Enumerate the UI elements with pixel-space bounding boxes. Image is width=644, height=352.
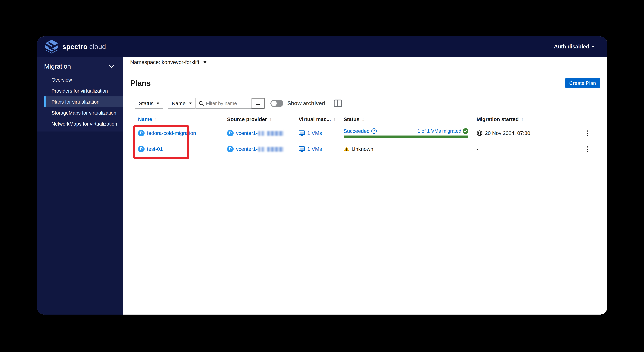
- column-header-label: Status: [344, 116, 360, 122]
- provider-name-text: vcenter1-: [236, 146, 258, 152]
- logo-word-secondary: cloud: [89, 43, 106, 51]
- sidebar-item-label: Providers for virtualization: [52, 88, 108, 94]
- page-header: Plans Create Plan: [130, 78, 600, 88]
- create-plan-button[interactable]: Create Plan: [565, 78, 600, 88]
- logo-word-primary: spectro: [62, 43, 88, 51]
- plan-name-cell: P test-01: [136, 146, 225, 152]
- sidebar-item-label: Overview: [52, 77, 72, 83]
- main-area: Migration Overview Providers for virtual…: [37, 57, 607, 314]
- vm-icon: [298, 130, 305, 136]
- sidebar-item-networkmaps[interactable]: NetworkMaps for virtualization: [44, 118, 123, 129]
- search-group: →: [196, 98, 265, 109]
- namespace-bar: Namespace: konveyor-forklift: [123, 57, 607, 68]
- show-archived-toggle[interactable]: [270, 100, 283, 107]
- sidebar-item-storagemaps[interactable]: StorageMaps for virtualization: [44, 107, 123, 118]
- provider-name[interactable]: vcenter1-: [236, 130, 284, 136]
- search-submit-button[interactable]: →: [252, 98, 264, 108]
- kebab-menu-icon[interactable]: ⋮: [584, 146, 591, 152]
- sidebar-nav-section: Migration Overview Providers for virtual…: [37, 57, 123, 131]
- source-provider-cell: P vcenter1-: [225, 146, 295, 152]
- sidebar-item-label: StorageMaps for virtualization: [52, 110, 116, 116]
- sort-icon: ↕: [269, 116, 272, 122]
- column-header-status[interactable]: Status ↕: [340, 116, 472, 122]
- column-header-name[interactable]: Name ↑: [136, 116, 225, 122]
- top-bar: spectrocloud Auth disabled: [37, 36, 607, 57]
- auth-menu-label: Auth disabled: [554, 44, 589, 50]
- redacted-text: [258, 147, 265, 152]
- sidebar-menu: Overview Providers for virtualization Pl…: [37, 74, 123, 129]
- app-window: spectrocloud Auth disabled Migration Ove…: [37, 36, 607, 314]
- column-header-migration-started[interactable]: Migration started ↕: [472, 116, 579, 122]
- status-text: Unknown: [352, 146, 373, 152]
- kebab-menu-icon[interactable]: ⋮: [584, 130, 591, 136]
- sidebar-item-label: NetworkMaps for virtualization: [52, 121, 117, 127]
- migration-progress-bar: [344, 135, 468, 138]
- sort-icon: ↕: [521, 116, 524, 122]
- chevron-down-icon: [109, 65, 114, 68]
- column-header-source-provider[interactable]: Source provider ↕: [225, 116, 295, 122]
- question-circle-icon[interactable]: ?: [371, 128, 377, 134]
- columns-icon: [334, 100, 342, 107]
- migrated-count-link[interactable]: 1 of 1 VMs migrated: [418, 128, 461, 134]
- redacted-text: [267, 147, 284, 152]
- provider-name-text: vcenter1-: [236, 130, 258, 136]
- provider-name[interactable]: vcenter1-: [236, 146, 284, 152]
- name-filter-select[interactable]: Name: [168, 98, 196, 109]
- plan-badge-icon: P: [138, 130, 144, 136]
- status-filter-label: Status: [139, 100, 154, 106]
- spectro-cloud-logo: spectrocloud: [44, 40, 106, 54]
- content-area: Namespace: konveyor-forklift Plans Creat…: [123, 57, 607, 314]
- manage-columns-button[interactable]: [334, 100, 342, 107]
- virtual-machines-cell: 1 VMs: [295, 130, 340, 136]
- vm-count-link[interactable]: 1 VMs: [307, 130, 322, 136]
- provider-badge-icon: P: [227, 146, 234, 152]
- check-circle-icon: [463, 128, 468, 134]
- status-link[interactable]: Succeeded: [344, 128, 370, 134]
- sidebar-filler: [37, 131, 123, 314]
- sidebar-section-migration[interactable]: Migration: [37, 63, 123, 70]
- column-header-label: Name: [138, 116, 152, 122]
- sidebar-item-providers[interactable]: Providers for virtualization: [44, 85, 123, 96]
- status-cell: Succeeded ? 1 of 1 VMs migrated: [340, 125, 472, 141]
- sort-icon: ↕: [362, 116, 364, 122]
- vm-icon: [298, 146, 305, 152]
- name-filter-label: Name: [172, 100, 186, 106]
- caret-down-icon: [591, 46, 594, 48]
- table-row: P test-01 P vcenter1- 1 VMs: [136, 141, 600, 157]
- search-box: [196, 98, 252, 108]
- sidebar: Migration Overview Providers for virtual…: [37, 57, 123, 314]
- column-header-label: Virtual mac...: [298, 116, 331, 122]
- status-line: Succeeded ? 1 of 1 VMs migrated: [344, 128, 468, 134]
- toggle-knob: [271, 101, 277, 106]
- sidebar-item-plans[interactable]: Plans for virtualization: [44, 96, 123, 107]
- filter-toolbar: Status Name →: [135, 98, 607, 109]
- caret-down-icon: [156, 103, 159, 104]
- sidebar-item-label: Plans for virtualization: [52, 99, 100, 105]
- status-filter-select[interactable]: Status: [135, 98, 163, 109]
- virtual-machines-cell: 1 VMs: [295, 146, 340, 152]
- sort-icon: ↕: [333, 116, 336, 122]
- namespace-label: Namespace: konveyor-forklift: [130, 59, 199, 65]
- spectro-logo-icon: [44, 40, 59, 54]
- column-header-label: Migration started: [476, 116, 519, 122]
- sidebar-item-overview[interactable]: Overview: [44, 74, 123, 85]
- page-title: Plans: [130, 79, 151, 88]
- plan-badge-icon: P: [138, 146, 144, 152]
- column-header-virtual-machines[interactable]: Virtual mac... ↕: [295, 116, 340, 122]
- row-actions-cell: ⋮: [579, 146, 600, 152]
- provider-badge-icon: P: [227, 130, 234, 136]
- search-input[interactable]: [206, 101, 248, 106]
- plan-name-cell: P fedora-cold-migration: [136, 130, 225, 136]
- table-row: P fedora-cold-migration P vcenter1- 1: [136, 125, 600, 141]
- search-icon: [198, 101, 204, 106]
- status-cell: Unknown: [340, 146, 472, 152]
- plan-name-link[interactable]: fedora-cold-migration: [147, 130, 196, 136]
- plan-name-link[interactable]: test-01: [147, 146, 163, 152]
- caret-down-icon[interactable]: [204, 61, 206, 63]
- migration-started-cell: -: [472, 146, 579, 152]
- source-provider-cell: P vcenter1-: [225, 130, 295, 136]
- migration-started-cell: 20 Nov 2024, 07:30: [472, 130, 579, 136]
- auth-menu[interactable]: Auth disabled: [554, 44, 594, 50]
- row-actions-cell: ⋮: [579, 130, 600, 136]
- vm-count-link[interactable]: 1 VMs: [307, 146, 322, 152]
